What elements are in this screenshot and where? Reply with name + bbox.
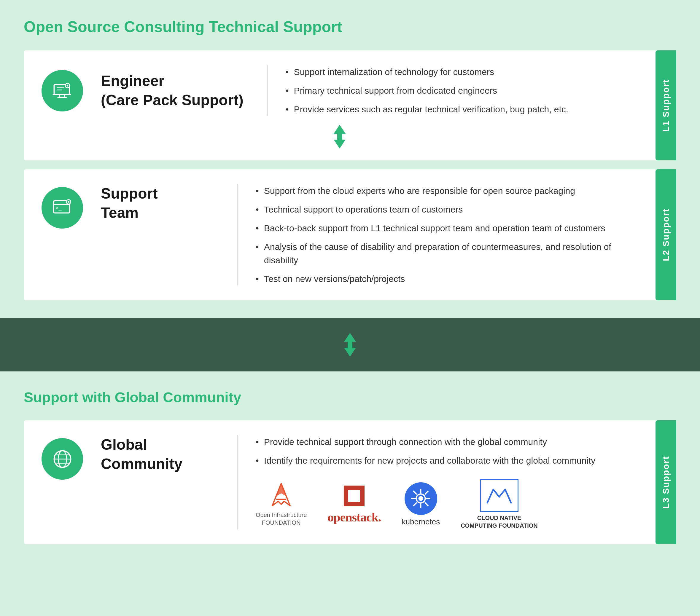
kubernetes-label: kubernetes	[402, 517, 440, 526]
global-icon-circle	[41, 438, 83, 480]
svg-line-38	[413, 502, 417, 506]
l1-support-label: L1 Support	[655, 50, 676, 161]
openinfra-label: Open Infrastructure FOUNDATION	[256, 511, 307, 526]
logos-row: Open Infrastructure FOUNDATION	[256, 479, 638, 529]
svg-rect-18	[348, 341, 352, 348]
support-card-row: >_ Support Team	[24, 169, 676, 300]
svg-point-16	[67, 201, 70, 203]
svg-rect-10	[337, 133, 342, 140]
cncf-logo: CLOUD NATIVE COMPUTING FOUNDATION	[461, 479, 538, 529]
global-bullets: • Provide technical support through conn…	[256, 435, 638, 467]
global-card: Global Community • Provide technical sup…	[24, 420, 655, 544]
dark-banner	[0, 318, 700, 371]
engineer-bullet-1: • Support internalization of technology …	[286, 65, 638, 79]
engineer-card-content: • Support internalization of technology …	[268, 65, 638, 116]
support-svg-icon: >_	[51, 197, 74, 219]
openinfra-logo: Open Infrastructure FOUNDATION	[256, 482, 307, 526]
support-card-inner: >_ Support Team	[41, 184, 638, 285]
page-title: Open Source Consulting Technical Support	[24, 18, 676, 36]
banner-arrow-icon	[341, 333, 359, 357]
kubernetes-circle	[404, 482, 437, 515]
svg-marker-26	[275, 484, 287, 497]
svg-marker-11	[334, 140, 346, 149]
top-section: Open Source Consulting Technical Support	[24, 18, 676, 300]
engineer-title-text: Engineer (Care Pack Support)	[101, 72, 243, 110]
global-bullet-1: • Provide technical support through conn…	[256, 435, 638, 449]
openstack-text: openstack.	[327, 510, 381, 524]
global-card-row: Global Community • Provide technical sup…	[24, 420, 676, 544]
engineer-bullets: • Support internalization of technology …	[286, 65, 638, 116]
cncf-svg	[486, 486, 513, 504]
support-title: Support Team	[101, 184, 214, 223]
double-arrow-icon	[331, 125, 349, 149]
global-title-text: Global Community	[101, 435, 214, 474]
global-title: Global Community	[101, 435, 214, 474]
svg-marker-17	[344, 333, 356, 342]
support-title-text: Support Team	[101, 184, 214, 223]
engineer-title: Engineer (Care Pack Support)	[101, 72, 243, 110]
engineer-card-header: Engineer (Care Pack Support) • Support i…	[41, 65, 638, 116]
global-card-inner: Global Community • Provide technical sup…	[41, 435, 638, 529]
engineer-card-row: Engineer (Care Pack Support) • Support i…	[24, 50, 676, 161]
cncf-label: CLOUD NATIVE COMPUTING FOUNDATION	[461, 514, 538, 529]
l2-support-label: L2 Support	[655, 169, 676, 300]
openstack-svg	[342, 484, 366, 508]
support-bullet-1: • Support from the cloud experts who are…	[256, 184, 638, 197]
support-icon-circle: >_	[41, 187, 83, 229]
cncf-box	[480, 479, 518, 512]
support-bullet-5: • Test on new versions/patch/projects	[256, 272, 638, 285]
support-card: >_ Support Team	[24, 169, 655, 300]
support-card-content: • Support from the cloud experts who are…	[238, 184, 638, 285]
svg-point-8	[66, 85, 68, 87]
svg-line-36	[425, 502, 428, 506]
svg-marker-9	[334, 125, 346, 134]
engineer-bullet-3: • Provide services such as regular techn…	[286, 103, 638, 116]
svg-line-35	[413, 491, 417, 495]
l3-support-label: L3 Support	[655, 420, 676, 544]
openstack-logo: openstack.	[327, 484, 381, 524]
global-card-content: • Provide technical support through conn…	[238, 435, 638, 529]
page-wrapper: Open Source Consulting Technical Support	[24, 18, 676, 544]
between-cards-arrow	[41, 116, 638, 152]
support-bullets: • Support from the cloud experts who are…	[256, 184, 638, 285]
svg-text:>_: >_	[55, 205, 62, 211]
openinfra-svg	[268, 482, 295, 509]
bottom-section: Support with Global Community	[24, 389, 676, 544]
kubernetes-logo: kubernetes	[402, 482, 440, 526]
svg-point-39	[418, 496, 423, 501]
svg-line-37	[425, 491, 428, 495]
svg-marker-19	[344, 348, 356, 357]
kubernetes-svg	[410, 487, 432, 510]
bottom-section-title: Support with Global Community	[24, 389, 676, 406]
global-svg-icon	[51, 448, 74, 470]
engineer-bullet-2: • Primary technical support from dedicat…	[286, 84, 638, 97]
global-bullet-2: • Identify the requirements for new proj…	[256, 454, 638, 467]
support-bullet-2: • Technical support to operations team o…	[256, 203, 638, 216]
support-bullet-4: • Analysis of the cause of disability an…	[256, 240, 638, 267]
engineer-card: Engineer (Care Pack Support) • Support i…	[24, 50, 655, 161]
support-bullet-3: • Back-to-back support from L1 technical…	[256, 221, 638, 235]
engineer-icon-circle	[41, 70, 83, 112]
engineer-svg-icon	[51, 79, 74, 102]
svg-rect-29	[348, 490, 360, 502]
cards-gap	[24, 161, 676, 169]
